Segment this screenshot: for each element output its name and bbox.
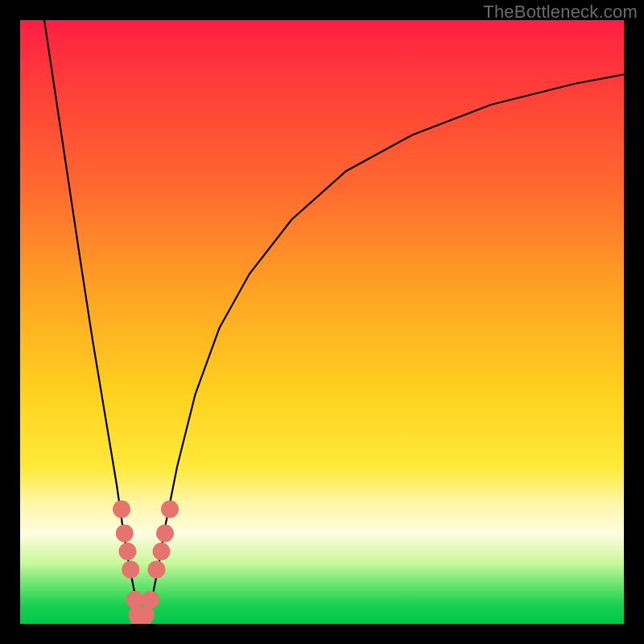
curve-markers <box>113 501 179 625</box>
curve-marker <box>137 606 155 624</box>
curve-marker <box>153 543 171 560</box>
curve-marker <box>161 501 179 518</box>
curve-marker <box>156 525 174 543</box>
chart-svg <box>20 20 624 624</box>
curve-marker <box>113 501 130 518</box>
curve-marker <box>126 591 144 609</box>
watermark-text: TheBottleneck.com <box>483 2 638 23</box>
curve-marker <box>119 543 137 560</box>
curve-marker <box>142 591 159 609</box>
curve-marker <box>122 561 139 579</box>
curve-marker <box>116 525 134 543</box>
curve-marker <box>148 561 166 579</box>
plot-area <box>20 20 624 624</box>
chart-frame: TheBottleneck.com <box>0 0 644 644</box>
